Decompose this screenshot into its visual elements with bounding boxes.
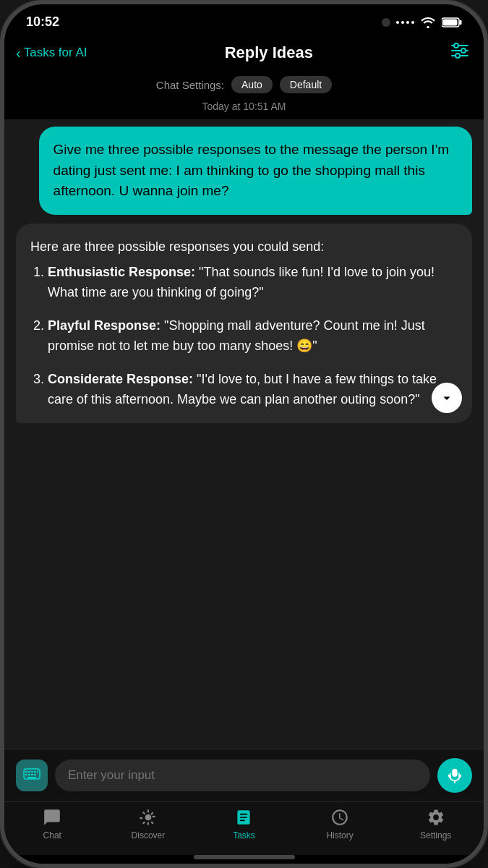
tasks-icon (234, 808, 253, 827)
nav-label-settings: Settings (420, 830, 451, 841)
page-title: Reply Ideas (87, 43, 450, 62)
nav-label-chat: Chat (43, 830, 61, 841)
list-item: Playful Response: "Shopping mall adventu… (48, 316, 458, 357)
svg-rect-16 (28, 774, 30, 775)
ai-response-bubble: Here are three possible responses you co… (16, 224, 472, 423)
phone-frame: 10:52 (0, 0, 488, 868)
ai-response-list: Enthusiastic Response: "That sounds like… (30, 263, 458, 409)
status-time: 10:52 (26, 14, 59, 30)
list-item: Enthusiastic Response: "That sounds like… (48, 263, 458, 303)
home-indicator (194, 855, 295, 859)
bottom-navigation: Chat Discover Tasks (4, 801, 484, 855)
voice-input-button[interactable] (437, 758, 472, 793)
nav-label-history: History (326, 830, 353, 841)
status-icons (382, 17, 462, 28)
dots-icon (396, 21, 414, 24)
svg-rect-17 (31, 774, 33, 775)
svg-rect-18 (34, 774, 36, 775)
phone-screen: 10:52 (4, 4, 484, 864)
chat-settings-row: Chat Settings: Auto Default (4, 70, 484, 96)
nav-item-history[interactable]: History (292, 808, 388, 841)
nav-label-tasks: Tasks (233, 830, 255, 841)
chat-settings-label: Chat Settings: (156, 79, 224, 91)
header: ‹ Tasks for AI Reply Ideas (4, 35, 484, 70)
camera-dot (382, 18, 390, 27)
battery-icon (442, 17, 462, 28)
svg-rect-13 (34, 771, 36, 773)
svg-rect-15 (25, 774, 27, 775)
svg-rect-2 (443, 19, 458, 25)
response-1-label: Enthusiastic Response: (48, 265, 195, 279)
svg-rect-1 (460, 20, 462, 25)
chat-icon (43, 808, 61, 827)
list-item: Considerate Response: "I'd love to, but … (48, 370, 458, 410)
user-message-bubble: Give me three possible responses to the … (39, 127, 472, 215)
svg-point-6 (454, 43, 458, 48)
back-chevron-icon: ‹ (16, 45, 21, 61)
svg-rect-11 (28, 771, 30, 773)
auto-badge[interactable]: Auto (231, 76, 273, 93)
svg-rect-14 (37, 771, 38, 773)
svg-rect-12 (31, 771, 33, 773)
svg-point-8 (455, 54, 460, 58)
chat-area: Give me three possible responses to the … (4, 119, 484, 749)
settings-nav-icon (427, 808, 445, 827)
ai-intro: Here are three possible responses you co… (30, 237, 458, 258)
svg-rect-19 (27, 777, 36, 778)
response-3-label: Considerate Response: (48, 372, 193, 386)
nav-item-settings[interactable]: Settings (388, 808, 484, 841)
svg-point-7 (461, 48, 466, 53)
nav-item-chat[interactable]: Chat (4, 808, 100, 841)
timestamp: Today at 10:51 AM (4, 96, 484, 119)
history-icon (330, 808, 349, 827)
keyboard-button[interactable] (16, 760, 48, 791)
default-badge[interactable]: Default (280, 76, 332, 93)
wifi-icon (420, 17, 436, 28)
nav-label-discover: Discover (132, 830, 166, 841)
back-label: Tasks for AI (24, 46, 87, 60)
svg-rect-20 (452, 769, 457, 777)
filter-icon[interactable] (450, 43, 469, 63)
response-2-label: Playful Response: (48, 318, 160, 333)
input-area (4, 749, 484, 801)
nav-item-discover[interactable]: Discover (100, 808, 197, 841)
scroll-down-button[interactable] (432, 383, 462, 413)
message-input[interactable] (55, 760, 430, 791)
svg-rect-10 (25, 771, 27, 773)
discover-icon (139, 808, 158, 827)
status-bar: 10:52 (4, 4, 484, 35)
nav-item-tasks[interactable]: Tasks (196, 808, 292, 841)
back-button[interactable]: ‹ Tasks for AI (16, 45, 87, 61)
